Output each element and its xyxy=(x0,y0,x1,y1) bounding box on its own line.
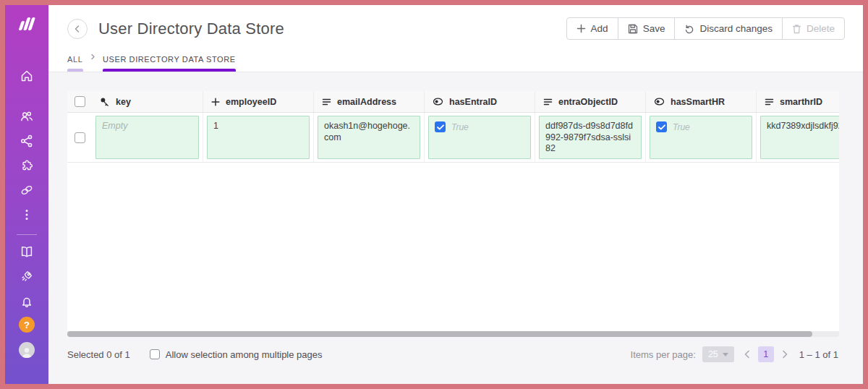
multipage-selection-toggle[interactable]: Allow selection among multiple pages xyxy=(150,349,323,360)
items-per-page-select[interactable]: 25 xyxy=(702,346,734,362)
select-all-checkbox[interactable] xyxy=(67,91,92,112)
number-icon xyxy=(211,98,220,106)
employeeID-field[interactable]: 1 xyxy=(207,116,310,159)
column-header-label: smarthrID xyxy=(780,97,822,107)
cell-entraObjectID: ddf987ds-d9s8d7d8fd992-9879f7sdsa-sslsi8… xyxy=(535,113,645,162)
horizontal-scrollbar xyxy=(67,331,839,337)
topbar: User Directory Data Store Add Save xyxy=(48,5,863,72)
more-menu-icon[interactable] xyxy=(20,208,34,222)
hasSmartHR-value: True xyxy=(673,122,690,133)
app-frame: ? User Directory Data Store xyxy=(0,0,868,389)
cell-emailAddress: okash1n@hogehoge.com xyxy=(313,113,424,162)
breadcrumb-current-tab[interactable]: USER DIRECTORY DATA STORE xyxy=(103,55,236,72)
multipage-label: Allow selection among multiple pages xyxy=(166,349,323,360)
sidebar: ? xyxy=(5,5,48,384)
user-avatar[interactable] xyxy=(19,342,35,358)
boolean-icon xyxy=(433,98,443,106)
breadcrumb-current-underline xyxy=(103,69,236,72)
text-icon xyxy=(765,98,774,106)
column-header-label: hasEntraID xyxy=(449,97,497,107)
column-header-employeeID[interactable]: employeeID xyxy=(203,91,313,112)
cell-key: Empty xyxy=(92,113,203,162)
text-icon xyxy=(543,98,553,106)
hasSmartHR-field[interactable]: True xyxy=(650,116,752,159)
puzzle-icon[interactable] xyxy=(20,158,34,173)
column-header-smarthrID[interactable]: smarthrID xyxy=(756,91,839,112)
save-icon xyxy=(628,24,638,34)
smarthrID-field[interactable]: kkd7389xdjlsdkfj92 xyxy=(760,116,839,159)
sidebar-divider xyxy=(17,234,37,235)
statusbar: Selected 0 of 1 Allow selection among mu… xyxy=(67,346,839,362)
items-per-page-label: Items per page: xyxy=(631,349,696,360)
link-icon[interactable] xyxy=(20,183,34,197)
column-header-hasSmartHR[interactable]: hasSmartHR xyxy=(645,91,756,112)
employeeID-value: 1 xyxy=(213,121,218,131)
boolean-icon xyxy=(654,98,665,106)
content-area: key employeeID emailAddress xyxy=(48,72,863,384)
breadcrumb-all-underline xyxy=(67,69,83,72)
next-page-button[interactable] xyxy=(781,350,788,359)
discard-changes-button[interactable]: Discard changes xyxy=(674,17,783,40)
hasEntraID-value: True xyxy=(451,122,469,133)
entraObjectID-value: ddf987ds-d9s8d7d8fd992-9879f7sdsa-sslsi8… xyxy=(545,121,633,153)
emailAddress-value: okash1n@hogehoge.com xyxy=(324,121,410,142)
page-title: User Directory Data Store xyxy=(98,20,284,38)
multipage-checkbox[interactable] xyxy=(150,349,160,359)
column-header-key[interactable]: key xyxy=(92,91,203,112)
main-area: User Directory Data Store Add Save xyxy=(48,5,863,384)
column-header-entraObjectID[interactable]: entraObjectID xyxy=(535,91,645,112)
hasEntraID-checkbox[interactable] xyxy=(435,121,446,132)
key-field[interactable]: Empty xyxy=(95,116,199,159)
rocket-icon[interactable] xyxy=(20,269,34,283)
delete-button-label: Delete xyxy=(807,23,835,34)
add-button[interactable]: Add xyxy=(566,17,618,40)
trash-icon xyxy=(792,24,801,34)
column-header-label: key xyxy=(116,97,131,107)
cell-employeeID: 1 xyxy=(203,113,313,162)
table-header-row: key employeeID emailAddress xyxy=(67,91,839,113)
hasSmartHR-checkbox[interactable] xyxy=(656,121,667,132)
save-button[interactable]: Save xyxy=(618,17,676,40)
row-checkbox[interactable] xyxy=(67,113,92,162)
smarthrID-value: kkd7389xdjlsdkfj92 xyxy=(767,121,839,131)
emailAddress-field[interactable]: okash1n@hogehoge.com xyxy=(318,116,420,159)
entraObjectID-field[interactable]: ddf987ds-d9s8d7d8fd992-9879f7sdsa-sslsi8… xyxy=(539,116,642,159)
text-icon xyxy=(322,98,331,106)
column-header-label: entraObjectID xyxy=(558,97,618,107)
key-icon xyxy=(100,97,110,107)
discard-changes-label: Discard changes xyxy=(699,23,773,34)
chevron-down-icon xyxy=(723,353,728,356)
users-icon[interactable] xyxy=(20,109,34,124)
column-header-label: hasSmartHR xyxy=(671,97,725,107)
prev-page-button[interactable] xyxy=(744,350,751,359)
bell-icon[interactable] xyxy=(20,294,34,308)
make-logo-icon[interactable] xyxy=(15,14,38,34)
toolbar: Add Save xyxy=(566,17,845,40)
items-per-page-value: 25 xyxy=(708,349,718,359)
scrollbar-thumb[interactable] xyxy=(67,331,812,337)
undo-icon xyxy=(684,24,694,34)
data-store-table: key employeeID emailAddress xyxy=(67,91,839,337)
delete-button[interactable]: Delete xyxy=(782,17,845,40)
share-network-icon[interactable] xyxy=(20,134,34,148)
cell-hasEntraID: True xyxy=(424,113,535,162)
column-header-hasEntraID[interactable]: hasEntraID xyxy=(424,91,535,112)
cell-smarthrID: kkd7389xdjlsdkfj92 xyxy=(756,113,839,162)
help-icon[interactable]: ? xyxy=(19,317,35,333)
breadcrumb-all-label: ALL xyxy=(67,55,83,64)
hasEntraID-field[interactable]: True xyxy=(428,116,531,159)
breadcrumb: ALL USER DIRECTORY DATA STORE xyxy=(67,50,845,72)
column-header-emailAddress[interactable]: emailAddress xyxy=(313,91,424,112)
add-button-label: Add xyxy=(591,23,608,34)
column-header-label: emailAddress xyxy=(337,97,396,107)
breadcrumb-chevron-icon xyxy=(90,50,96,63)
cell-hasSmartHR: True xyxy=(645,113,756,162)
breadcrumb-all-tab[interactable]: ALL xyxy=(67,55,83,72)
home-icon[interactable] xyxy=(20,69,34,83)
page-number[interactable]: 1 xyxy=(758,346,774,362)
key-placeholder: Empty xyxy=(102,121,127,131)
page-range: 1 – 1 of 1 xyxy=(799,349,838,360)
book-icon[interactable] xyxy=(20,244,34,259)
save-button-label: Save xyxy=(643,23,665,34)
back-button[interactable] xyxy=(67,19,88,39)
